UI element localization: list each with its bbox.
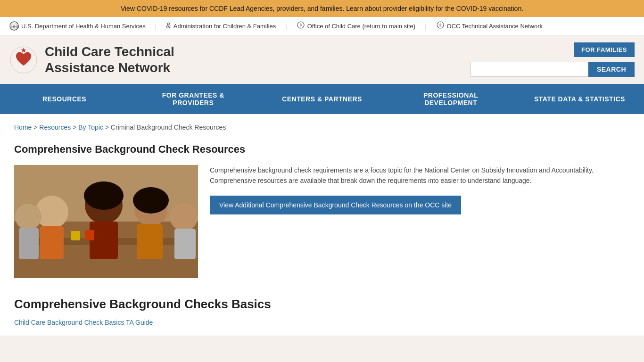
top-nav-bar: HHS U.S. Department of Health & Human Se… (0, 17, 644, 35)
breadcrumb-sep-1: > (33, 123, 39, 131)
nav-state-data[interactable]: STATE DATA & STATISTICS (515, 84, 644, 114)
nav-divider-1: | (155, 23, 157, 30)
search-area: SEARCH (471, 62, 635, 77)
classroom-image (14, 165, 198, 278)
content-text: Comprehensive background check requireme… (210, 165, 630, 278)
section-title: Comprehensive Background Checks Basics (14, 297, 630, 312)
search-button[interactable]: SEARCH (588, 62, 635, 77)
section-link[interactable]: Child Care Background Check Basics TA Gu… (14, 319, 153, 326)
breadcrumb-home[interactable]: Home (14, 123, 32, 131)
content-area: Home > Resources > By Topic > Criminal B… (0, 114, 644, 336)
svg-text:HHS: HHS (11, 25, 19, 29)
acf-label: Administration for Children & Families (173, 23, 276, 30)
nav-professional[interactable]: PROFESSIONAL DEVELOPMENT (387, 84, 515, 114)
header-right: FOR FAMILIES SEARCH (471, 42, 635, 77)
page-title: Comprehensive Background Check Resources (14, 143, 630, 156)
svg-marker-5 (21, 48, 26, 53)
content-image (14, 165, 198, 278)
covid-banner: View COVID-19 resources for CCDF Lead Ag… (0, 0, 644, 17)
ampersand-icon: & (166, 22, 171, 30)
site-logo (9, 46, 38, 74)
nav-divider-3: | (425, 23, 426, 30)
breadcrumb-current: Criminal Background Check Resources (111, 123, 226, 131)
logo-text-line2: Assistance Network (45, 60, 170, 75)
occ-link-button[interactable]: View Additional Comprehensive Background… (210, 196, 461, 214)
nav-divider-2: | (285, 23, 287, 30)
nav-grantees[interactable]: FOR GRANTEES & PROVIDERS (129, 84, 257, 114)
svg-rect-23 (14, 165, 198, 278)
logo-text-line1: Child Care Technical (45, 44, 174, 59)
occ-icon (297, 21, 305, 31)
main-content-block: Comprehensive background check requireme… (14, 165, 630, 278)
main-nav: RESOURCES FOR GRANTEES & PROVIDERS CENTE… (0, 84, 644, 114)
occ-label: Office of Child Care (return to main sit… (307, 23, 416, 30)
logo-text: Child Care Technical Assistance Network (45, 44, 174, 75)
logo-area: Child Care Technical Assistance Network (9, 44, 174, 75)
hhs-link[interactable]: HHS U.S. Department of Health & Human Se… (9, 21, 146, 31)
ta-icon (436, 21, 445, 31)
search-input[interactable] (471, 62, 588, 77)
acf-link[interactable]: & Administration for Children & Families (166, 22, 276, 30)
breadcrumb-by-topic[interactable]: By Topic (78, 123, 103, 131)
breadcrumb-sep-3: > (105, 123, 111, 131)
occ-link[interactable]: Office of Child Care (return to main sit… (297, 21, 416, 31)
occ-ta-label: OCC Technical Assistance Network (447, 23, 543, 30)
nav-centers[interactable]: CENTERS & PARTNERS (257, 84, 386, 114)
breadcrumb-resources[interactable]: Resources (39, 123, 71, 131)
hhs-icon: HHS (9, 21, 19, 31)
nav-resources[interactable]: RESOURCES (0, 84, 129, 114)
occ-ta-link[interactable]: OCC Technical Assistance Network (436, 21, 543, 31)
content-description: Comprehensive background check requireme… (210, 165, 630, 186)
covid-banner-text: View COVID-19 resources for CCDF Lead Ag… (121, 5, 523, 12)
breadcrumb: Home > Resources > By Topic > Criminal B… (14, 123, 630, 136)
breadcrumb-sep-2: > (73, 123, 78, 131)
hhs-label: U.S. Department of Health & Human Servic… (21, 23, 146, 30)
site-header: Child Care Technical Assistance Network … (0, 35, 644, 84)
for-families-button[interactable]: FOR FAMILIES (574, 42, 635, 57)
